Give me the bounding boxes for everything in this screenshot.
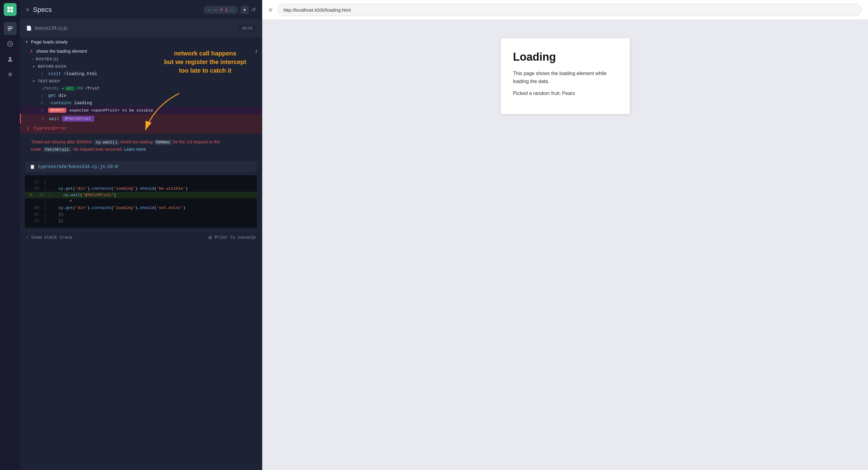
error-msg-code: 5000ms [154, 140, 172, 145]
browser-url-input[interactable] [278, 4, 862, 16]
wait-command: 4 wait @fetchFruit [20, 114, 262, 124]
error-msg-mid: cy.wait() [94, 140, 119, 145]
get-command: 1 get div [20, 92, 262, 99]
learn-more-link[interactable]: Learn more [124, 147, 146, 152]
svg-point-8 [9, 57, 11, 60]
browser-content: Loading This page shows the loading elem… [262, 20, 868, 470]
page-title: Specs [33, 6, 200, 14]
page-title: Loading [513, 51, 617, 63]
suite-name: Page loads slowly [31, 39, 68, 44]
print-label: Print to console [215, 235, 256, 240]
print-to-console[interactable]: 🖨 Print to console [208, 235, 256, 240]
page-fruit: Picked a random fruit: Pears [513, 90, 617, 97]
fail-icon: ✗ [220, 7, 223, 12]
stack-trace-label: › View stack trace [26, 235, 72, 240]
sidebar-item-users[interactable] [4, 53, 17, 66]
fetch-dot: ● [62, 87, 64, 90]
contains-value: loading [74, 100, 92, 105]
line-num-1: 1 [37, 72, 43, 76]
info-icon[interactable]: ℹ [255, 49, 257, 54]
header-controls: ✓ — ✗ 1 — ▾ ↺ [204, 5, 256, 14]
line-num-assert: 3 [37, 108, 43, 113]
test-body-chevron: ▼ [32, 80, 35, 83]
before-each-chevron: ▼ [32, 65, 35, 68]
error-bang: ! [27, 126, 29, 131]
fail-dash: — [229, 7, 234, 12]
contains-keyword: contains [51, 100, 71, 105]
code-file-path: cypress/e2e/bonus134.cy.js:19:8 [38, 164, 118, 169]
main-panel: ≡ Specs ✓ — ✗ 1 — ▾ ↺ 📄 bonus134.cy.js 0… [20, 0, 262, 470]
line-num-get: 1 [37, 94, 43, 98]
test-body-label: TEST BODY [38, 79, 60, 83]
pass-dash: — [214, 7, 218, 12]
print-icon: 🖨 [208, 235, 212, 240]
error-msg-mid2: timed out waiting [121, 139, 153, 144]
sidebar-item-specs[interactable] [4, 22, 17, 35]
code-file-icon: 📋 [30, 164, 35, 169]
error-msg-tail: . No request ever occurred. [71, 147, 123, 152]
browser-toolbar: ⚙ [262, 0, 868, 20]
fetch-path: /fruit [85, 86, 99, 91]
fetch-label: (fetch) [42, 86, 59, 91]
svg-rect-3 [10, 10, 13, 12]
app-logo[interactable] [4, 3, 17, 16]
test-row[interactable]: ✗ shows the loading element ℹ [20, 47, 262, 56]
svg-rect-2 [7, 10, 10, 12]
assert-command: 3 assert expected <span#fruit> to be vis… [20, 107, 262, 114]
svg-rect-0 [7, 7, 10, 9]
wait-alias: @fetchFruit [62, 116, 94, 122]
code-line-22: 22 | }) [25, 217, 257, 224]
assert-text: expected <span#fruit> to be visible [69, 108, 153, 113]
reload-button[interactable]: ↺ [251, 6, 256, 13]
dropdown-button[interactable]: ▾ [241, 5, 249, 14]
get-value: div [59, 93, 66, 98]
code-block: 17 | 18 | cy.get('div').contains('loadin… [25, 175, 257, 228]
fetch-row: (fetch) ● GET 200 /fruit [20, 85, 262, 92]
status-pill: ✓ — ✗ 1 — [204, 6, 238, 14]
code-line-20: 20 | cy.get('div').contains('loading').s… [25, 205, 257, 211]
visit-value: /loading.html [63, 71, 97, 76]
contains-command: 2 - contains loading [20, 99, 262, 107]
error-route-name: fetchFruit [43, 147, 71, 152]
contains-prefix: - [48, 100, 51, 105]
browser-panel: ⚙ Loading This page shows the loading el… [262, 0, 868, 470]
code-line-caret: | ^ [25, 198, 257, 205]
svg-rect-4 [8, 27, 12, 27]
code-file-link[interactable]: 📋 cypress/e2e/bonus134.cy.js:19:8 [25, 161, 257, 172]
sidebar-item-settings[interactable] [4, 68, 17, 81]
bottom-bar: › View stack trace 🖨 Print to console [20, 231, 262, 244]
get-keyword: get [48, 93, 56, 98]
svg-rect-5 [8, 28, 12, 29]
error-msg-start: Timed out retrying after 5000ms: [31, 139, 93, 144]
file-name: bonus134.cy.js [35, 26, 67, 31]
error-label: CypressError [34, 126, 67, 131]
code-line-19: > 19 | cy.wait('@fetchFruit') [25, 192, 257, 198]
file-icon: 📄 [26, 26, 32, 31]
suite-row[interactable]: ▼ Page loads slowly [20, 37, 262, 47]
test-body-header[interactable]: ▼ TEST BODY [20, 77, 262, 85]
get-badge: GET [65, 87, 75, 91]
status-200: 200 [76, 86, 83, 91]
sidebar [0, 0, 20, 470]
sidebar-item-runs[interactable] [4, 37, 17, 50]
page-card: Loading This page shows the loading elem… [501, 38, 630, 114]
routes-header[interactable]: › ROUTES (1) [20, 56, 262, 63]
code-line-17: 17 | [25, 179, 257, 186]
code-line-18: 18 | cy.get('div').contains('loading').s… [25, 186, 257, 192]
file-time: 00:05 [239, 25, 256, 32]
test-status-icon: ✗ [30, 49, 33, 54]
browser-security-icon: ⚙ [268, 7, 273, 13]
pass-icon: ✓ [208, 7, 212, 12]
error-row: ! CypressError [20, 124, 262, 134]
visit-keyword: visit [48, 71, 61, 76]
line-num-contains: 2 [37, 101, 43, 105]
test-name: shows the loading element [36, 49, 87, 54]
before-each-header[interactable]: ▼ BEFORE EACH [20, 63, 262, 70]
test-content: network call happens but we register the… [20, 37, 262, 470]
assert-badge: assert [48, 108, 66, 113]
wait-line-num: 4 [38, 116, 44, 121]
view-stack-trace[interactable]: › View stack trace [26, 235, 72, 240]
fail-count: 1 [225, 7, 227, 12]
before-each-label: BEFORE EACH [38, 64, 66, 69]
file-header: 📄 bonus134.cy.js 00:05 [20, 20, 262, 37]
